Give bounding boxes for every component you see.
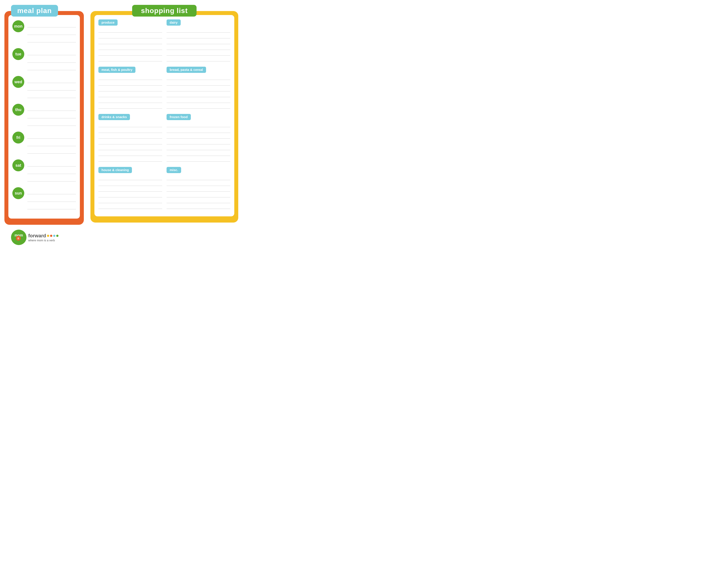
section-line [98, 187, 162, 192]
day-lines-sun [27, 186, 76, 209]
section-line [98, 56, 162, 61]
day-bubble-thu: thu [12, 104, 24, 116]
day-bubble-mon: mon [12, 20, 24, 32]
shopping-section-bread: bread, pasta & cereal [167, 67, 230, 109]
day-row-tue: tue [12, 47, 76, 70]
section-lines-dairy [167, 28, 230, 61]
day-line [27, 56, 76, 63]
section-label-text-produce: produce [101, 21, 114, 24]
section-line [167, 81, 230, 86]
section-lines-produce [98, 28, 162, 61]
brand-text: forward where mom is a verb [28, 233, 58, 242]
day-bubble-fri: fri [12, 132, 24, 143]
section-lines-misc [167, 175, 230, 209]
section-label-produce: produce [98, 19, 118, 26]
section-label-text-misc: misc. [170, 168, 178, 172]
forward-word: forward [28, 233, 46, 239]
day-line [27, 64, 76, 70]
day-row-sat: sat [12, 158, 76, 181]
section-line [98, 39, 162, 44]
section-line [167, 56, 230, 61]
day-lines-thu [27, 103, 76, 126]
branding: mom it forward where mom is a verb [11, 229, 58, 245]
day-row-thu: thu [12, 103, 76, 126]
section-label-text-house: house & cleaning [101, 168, 129, 172]
day-line [27, 175, 76, 181]
day-row-sun: sun [12, 186, 76, 209]
section-label-text-frozen: frozen food [170, 115, 188, 119]
day-line [27, 77, 76, 83]
section-line [98, 192, 162, 197]
section-line [98, 134, 162, 139]
days-container: montuewedthufrisatsun [12, 19, 76, 209]
section-line [98, 104, 162, 109]
section-line [167, 198, 230, 203]
section-line [98, 151, 162, 156]
day-row-mon: mon [12, 19, 76, 42]
section-line [98, 45, 162, 50]
section-line [167, 145, 230, 150]
section-line [98, 86, 162, 91]
day-label-sat: sat [15, 163, 21, 168]
section-label-drinks: drinks & snacks [98, 114, 130, 120]
section-line [167, 39, 230, 44]
section-lines-bread [167, 75, 230, 109]
day-line [27, 203, 76, 209]
section-line [167, 157, 230, 162]
section-line [98, 98, 162, 103]
day-label-wed: wed [14, 80, 22, 84]
section-line [167, 104, 230, 109]
day-line [27, 160, 76, 166]
dot-orange [47, 235, 49, 237]
shopping-inner: producedairymeat, fish & poultrybread, p… [94, 15, 234, 216]
section-line [98, 145, 162, 150]
section-line [98, 139, 162, 144]
section-line [167, 192, 230, 197]
section-line [98, 157, 162, 162]
section-label-house: house & cleaning [98, 167, 132, 173]
section-label-text-dairy: dairy [170, 21, 178, 24]
day-lines-tue [27, 47, 76, 70]
section-lines-frozen [167, 122, 230, 162]
meal-plan-title: meal plan [17, 7, 52, 15]
section-line [167, 181, 230, 186]
shopping-section-frozen: frozen food [167, 114, 230, 162]
shopping-clipboard: shopping list producedairymeat, fish & p… [90, 11, 238, 222]
section-line [167, 151, 230, 156]
section-line [167, 128, 230, 133]
shopping-section-drinks: drinks & snacks [98, 114, 162, 162]
section-line [167, 75, 230, 80]
section-label-dairy: dairy [167, 19, 181, 26]
section-line [167, 51, 230, 56]
it-circle: it [16, 236, 21, 241]
meal-plan-inner: montuewedthufrisatsun [8, 15, 80, 218]
it-text: it [17, 237, 19, 240]
section-line [98, 181, 162, 186]
day-line [27, 112, 76, 118]
forward-line: forward [28, 233, 58, 239]
shopping-section-meat: meat, fish & poultry [98, 67, 162, 109]
day-bubble-sat: sat [12, 159, 24, 171]
day-row-wed: wed [12, 75, 76, 98]
section-line [98, 51, 162, 56]
brand-logo: mom it [11, 229, 26, 245]
section-line [167, 86, 230, 91]
day-line [27, 36, 76, 42]
section-lines-drinks [98, 122, 162, 162]
section-label-misc: misc. [167, 167, 181, 173]
meal-plan-clipboard: meal plan montuewedthufrisatsun [4, 11, 84, 225]
day-lines-fri [27, 131, 76, 154]
day-lines-mon [27, 19, 76, 42]
section-line [167, 204, 230, 209]
day-line [27, 49, 76, 55]
section-lines-house [98, 175, 162, 209]
day-label-mon: mon [14, 24, 23, 29]
section-line [98, 204, 162, 209]
section-line [98, 34, 162, 38]
day-label-sun: sun [15, 191, 22, 195]
day-line [27, 147, 76, 154]
day-row-fri: fri [12, 131, 76, 154]
main-layout: meal plan montuewedthufrisatsun shopping… [4, 4, 238, 225]
tagline: where mom is a verb [28, 239, 58, 242]
section-line [167, 92, 230, 97]
